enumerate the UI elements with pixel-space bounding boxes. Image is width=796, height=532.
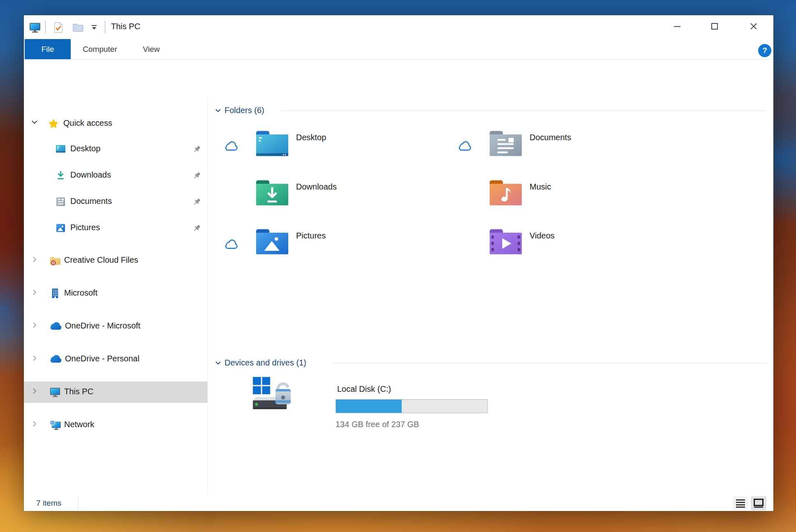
sidebar-item-label: Pictures	[70, 223, 100, 232]
help-button[interactable]: ?	[758, 44, 771, 57]
pin-icon	[192, 224, 201, 233]
sidebar-item-label: This PC	[64, 387, 93, 396]
creative-cloud-icon	[49, 255, 61, 266]
sidebar-item-quick-access[interactable]: Quick access	[24, 115, 208, 133]
group-header-folders[interactable]: Folders (6)	[215, 106, 264, 115]
sidebar-item-network[interactable]: Network	[24, 416, 208, 434]
sidebar-item-label: Documents	[70, 197, 112, 206]
tab-view[interactable]: View	[139, 39, 164, 59]
qat-customize-button[interactable]	[88, 21, 100, 34]
folder-tile-label: Documents	[530, 133, 571, 142]
star-icon	[48, 118, 59, 130]
pin-icon	[192, 197, 201, 206]
sidebar-item-creative-cloud-files[interactable]: Creative Cloud Files	[24, 252, 208, 270]
chevron-right-icon[interactable]	[31, 256, 38, 263]
large-icons-view-icon[interactable]	[751, 496, 766, 510]
folder-tile-downloads[interactable]: Downloads	[221, 179, 443, 220]
cloud-status-icon	[458, 141, 473, 152]
sidebar-item-label: Downloads	[70, 170, 111, 180]
title-bar: This PC	[24, 15, 773, 39]
group-divider	[333, 363, 767, 363]
chevron-down-icon[interactable]	[31, 119, 38, 126]
sidebar-item-onedrive-personal[interactable]: OneDrive - Personal	[24, 350, 208, 368]
chevron-right-icon[interactable]	[31, 322, 38, 328]
tab-file[interactable]: File	[25, 39, 71, 59]
pin-icon	[192, 145, 201, 154]
folder-tile-label: Pictures	[296, 231, 326, 241]
sidebar-item-label: Creative Cloud Files	[64, 255, 138, 265]
file-list-pane: Folders (6) Desktop Documents Downloads	[208, 97, 773, 495]
sidebar-item-onedrive-microsoft[interactable]: OneDrive - Microsoft	[24, 317, 208, 335]
sidebar-item-downloads[interactable]: Downloads	[24, 167, 208, 185]
tab-view-label: View	[143, 45, 160, 54]
content-area: Quick access Desktop Downloads Documents	[24, 97, 773, 495]
drive-tile-local-disk-c[interactable]: Local Disk (C:) 134 GB free of 237 GB	[249, 373, 537, 435]
chevron-down-icon[interactable]	[215, 108, 221, 113]
qat-new-folder-button[interactable]	[70, 20, 86, 35]
chevron-right-icon[interactable]	[31, 355, 38, 361]
minimize-button[interactable]	[664, 15, 691, 37]
address-toolbar: This PC	[24, 60, 773, 97]
drive-free-space-text: 134 GB free of 237 GB	[336, 420, 419, 429]
status-separator	[78, 497, 79, 509]
qat-properties-button[interactable]	[51, 20, 66, 35]
sidebar-item-microsoft[interactable]: Microsoft	[24, 285, 208, 303]
close-button[interactable]	[740, 15, 767, 37]
downloads-folder-icon	[255, 179, 289, 207]
cloud-status-icon	[224, 239, 239, 250]
local-disk-bitlocker-icon	[252, 374, 294, 412]
group-title: Folders (6)	[224, 106, 264, 115]
onedrive-cloud-icon	[49, 354, 62, 363]
chevron-right-icon[interactable]	[31, 289, 38, 296]
tab-file-label: File	[42, 45, 54, 54]
folder-tile-desktop[interactable]: Desktop	[221, 130, 443, 171]
group-header-devices[interactable]: Devices and drives (1)	[215, 358, 306, 368]
pictures-folder-icon	[255, 228, 289, 256]
navigation-pane: Quick access Desktop Downloads Documents	[24, 97, 208, 495]
file-explorer-window: This PC File Computer View ?	[24, 15, 773, 511]
details-view-icon[interactable]	[733, 496, 748, 510]
pin-icon	[192, 171, 201, 180]
chevron-right-icon[interactable]	[31, 388, 38, 394]
window-title: This PC	[111, 22, 140, 31]
document-icon	[55, 196, 66, 207]
building-icon	[49, 288, 60, 299]
videos-folder-icon	[488, 228, 523, 256]
sidebar-item-desktop[interactable]: Desktop	[24, 140, 208, 158]
sidebar-item-documents[interactable]: Documents	[24, 193, 208, 211]
download-arrow-icon	[55, 170, 66, 181]
sidebar-item-label: Quick access	[63, 118, 112, 128]
folder-tile-videos[interactable]: Videos	[455, 228, 677, 269]
onedrive-cloud-icon	[49, 322, 62, 331]
tab-computer[interactable]: Computer	[77, 39, 123, 59]
disk-usage-fill	[336, 400, 402, 413]
folder-tile-pictures[interactable]: Pictures	[221, 228, 443, 269]
network-monitor-icon	[49, 419, 61, 431]
sidebar-item-label: Microsoft	[64, 288, 97, 298]
drive-label: Local Disk (C:)	[337, 384, 391, 394]
sidebar-item-label: Desktop	[70, 144, 100, 153]
picture-icon	[55, 222, 66, 234]
desktop-icon	[55, 143, 66, 155]
folder-tile-music[interactable]: Music	[455, 179, 677, 220]
sidebar-item-label: OneDrive - Microsoft	[65, 321, 140, 331]
ribbon-tab-strip: File Computer View	[24, 39, 773, 60]
sidebar-item-this-pc[interactable]: This PC	[24, 383, 208, 401]
folder-tile-label: Downloads	[296, 182, 337, 192]
group-title: Devices and drives (1)	[224, 358, 306, 368]
desktop-folder-icon	[255, 130, 289, 157]
music-folder-icon	[488, 179, 523, 207]
tab-computer-label: Computer	[83, 45, 117, 54]
this-pc-app-icon	[29, 22, 41, 33]
chevron-right-icon[interactable]	[31, 421, 38, 427]
sidebar-item-label: OneDrive - Personal	[65, 354, 139, 363]
group-divider	[281, 111, 767, 111]
maximize-button[interactable]	[701, 15, 728, 37]
chevron-down-icon[interactable]	[215, 361, 221, 365]
folder-tile-label: Music	[530, 182, 551, 192]
status-bar: 7 items	[24, 495, 773, 511]
qat-separator-2	[105, 21, 105, 33]
sidebar-item-pictures[interactable]: Pictures	[24, 219, 208, 237]
cloud-status-icon	[224, 141, 239, 152]
folder-tile-documents[interactable]: Documents	[455, 130, 677, 171]
